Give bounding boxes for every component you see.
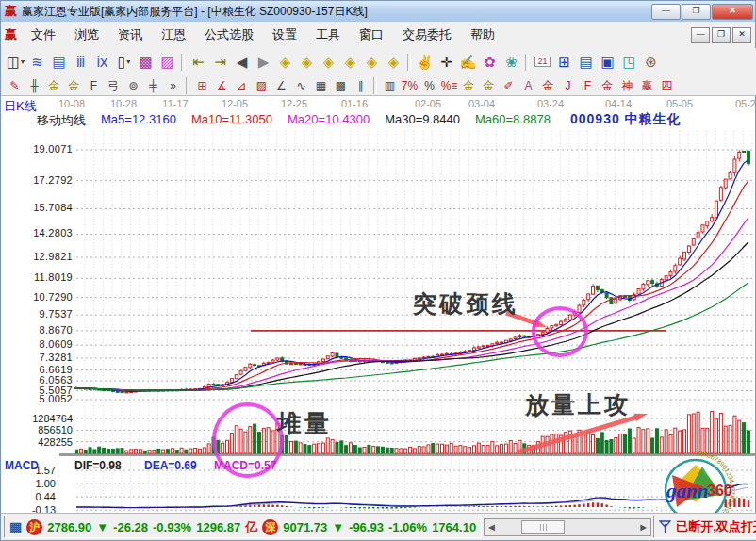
mdi-close-button[interactable]: ✕ [732,27,751,43]
shanghai-market-icon: 沪 [26,519,42,535]
menu-item-0[interactable]: 文件 [22,23,65,47]
tb2-shen-angle-button[interactable]: 神 [617,76,637,95]
tb2-angle-lines-button[interactable]: ∠ [271,76,291,95]
tb1-notes-button[interactable]: ▤ [575,53,597,72]
tb2-bow-grid-button[interactable]: 弓 [104,76,123,95]
tb2-ruler-comb-button[interactable]: ╫ [25,76,44,95]
tb1-info-clipboard-button[interactable]: ▤ [48,53,70,72]
crosshair-icon: ✛ [440,55,452,69]
menu-item-5[interactable]: 设置 [263,23,306,47]
tb1-diamond-compress-h-button[interactable]: ◈ [361,53,383,72]
tb1-minutes-9-button[interactable]: ⅸ [91,53,113,72]
scroll-right-icon[interactable]: ▶ [636,523,650,532]
tb2-gold-ratio-grid-button[interactable]: 金 [44,76,64,95]
title-bar[interactable]: 赢 赢家江恩专业版[赢家内部服务平台] - [中粮生化 SZ000930-157… [1,1,755,22]
tb2-si-angle-button[interactable]: 四 [657,76,677,95]
tb2-gann-box-button[interactable]: ⊞ [192,76,212,95]
tb1-page-next-button[interactable]: ▶ [253,53,274,72]
tb2-gann-fan-button[interactable]: ∡ [212,76,232,95]
tb1-trade-cart-button[interactable]: ⊛ [640,53,662,72]
tb2-draw-brush-button[interactable]: ✎ [5,76,25,95]
tb2-percent-lines-button[interactable]: %≡ [439,76,459,95]
tb2-f-line-button[interactable]: F [578,76,598,95]
tb1-pattern-tool-button[interactable]: ✿ [479,53,501,72]
tb1-crosshair-button[interactable]: ✛ [436,53,457,72]
menu-item-9[interactable]: 帮助 [461,23,504,47]
connection-panel[interactable]: 已断开,双点打开. [653,516,756,538]
grid-fan-icon: ▨ [256,80,267,91]
tb1-angle-ruler-button[interactable]: ✍ [457,53,479,72]
ruler-comb-icon: ╫ [30,80,39,91]
tb2-percent-7-button[interactable]: 7% [400,76,419,95]
tb2-compass-button[interactable]: ⊚ [123,76,143,95]
tb1-diamond-center-button[interactable]: ◈ [339,53,361,72]
menu-item-6[interactable]: 工具 [306,23,350,47]
tb1-diamond-compress-v-button[interactable]: ◈ [383,53,404,72]
tb2-zigzag-wave-button[interactable]: ∿ [291,76,311,95]
tb1-overlay-band-button[interactable]: ≋ [26,53,48,72]
menu-item-8[interactable]: 交易委托 [393,23,461,47]
tb2-parallel-lines-button[interactable]: ∥ [351,76,370,95]
tb2-gold-circle-button[interactable]: 金 [459,76,479,95]
net-grid-icon: ▦ [316,80,326,91]
scrollbar-thumb[interactable] [521,520,565,534]
dropdown-arrow-icon: ▾ [126,57,130,66]
tb1-page-prev-button[interactable]: ◀ [231,53,253,72]
market-index-panel: ▦ 沪 2786.90 ▼ -26.28 -0.93% 1296.87 亿 深 … [4,516,482,538]
scroll-left-icon[interactable]: ◀ [485,523,499,532]
tb2-gold-underline-button[interactable]: 金 [538,76,558,95]
application-window: 赢 赢家江恩专业版[赢家内部服务平台] - [中粮生化 SZ000930-157… [0,0,756,541]
tb1-jump-last-button[interactable]: ⇥ [209,53,231,72]
tb2-fan-box-button[interactable]: ⊿ [232,76,252,95]
menu-item-7[interactable]: 窗口 [350,23,393,47]
tb2-more-tools-button[interactable]: » [163,76,183,95]
tb1-diamond-left-button[interactable]: ◈ [274,53,296,72]
tb1-kline-style-button[interactable]: ◫▾ [5,53,26,72]
tb2-grid-fan-button[interactable]: ▨ [252,76,271,95]
tb1-indicator-select-button[interactable]: ▩ [135,53,156,72]
mdi-restore-button[interactable]: ❐ [712,27,731,43]
tb2-fibonacci-grid-button[interactable]: F [84,76,104,95]
tb1-diamond-right-button[interactable]: ◈ [296,53,318,72]
tb1-diamond-expand-button[interactable]: ◈ [318,53,339,72]
menu-item-3[interactable]: 江恩 [152,23,195,47]
more-tools-icon: » [170,80,176,91]
sz-turnover: 1764.10 [432,520,476,534]
hand-pan-icon: ✌ [416,55,434,69]
tb1-net-monitor-button[interactable]: ◳ [618,53,640,72]
menu-item-1[interactable]: 浏览 [65,23,108,47]
tb2-net-grid-button[interactable]: ▦ [311,76,331,95]
tb1-color-histogram-button[interactable]: ▨ [156,53,178,72]
window-title: 赢家江恩专业版[赢家内部服务平台] - [中粮生化 SZ000930-157日K… [22,4,368,20]
tb1-jump-first-button[interactable]: ⇤ [188,53,209,72]
minimize-button[interactable]: — [651,4,681,20]
tb1-calculator-button[interactable]: ⊞ [553,53,575,72]
tb2-gold-section-button[interactable]: 金 [479,76,499,95]
tb2-candle-mark-button[interactable]: ✐ [499,76,518,95]
tb2-j-line-button[interactable]: J [558,76,578,95]
tb1-minutes-3-button[interactable]: ⅲ [70,53,91,72]
tb2-gold-price-grid-button[interactable]: 金 [64,76,84,95]
quote-table-icon[interactable]: ▦ [9,520,22,533]
tb2-percent-bars-button[interactable]: ▥ [380,76,400,95]
maximize-button[interactable]: ❐ [682,4,711,20]
tb2-tick-ruler-button[interactable]: ╪ [143,76,163,95]
menu-item-4[interactable]: 公式选股 [195,23,263,47]
diamond-compress-h-icon: ◈ [367,55,378,69]
tb1-candle-single-button[interactable]: ▯▾ [113,53,135,72]
tb1-web-tool-button[interactable]: ❀ [501,53,522,72]
tb2-dense-grid-button[interactable]: ▩ [331,76,351,95]
tb2-percent-button[interactable]: % [419,76,439,95]
tb1-calendar-button[interactable]: 21 [532,53,553,72]
menu-items: 文件浏览资讯江恩公式选股设置工具窗口交易委托帮助 [22,23,504,47]
close-button[interactable]: ✕ [712,4,753,20]
mdi-minimize-button[interactable]: — [691,27,710,43]
tb2-ying-angle-button[interactable]: 赢 [637,76,657,95]
tb1-save-screen-button[interactable]: ▣ [597,53,618,72]
tb2-wave-count-button[interactable]: A [518,76,538,95]
tb1-hand-pan-button[interactable]: ✌ [414,53,436,72]
tb2-gold-angle-button[interactable]: 金 [598,76,617,95]
toolbar-main: ◫▾≋▤ⅲⅸ▯▾▩▨⇤⇥◀▶◈◈◈◈◈◈✌✛✍✿❀21⊞▤▣◳⊛ [1,48,756,76]
menu-item-2[interactable]: 资讯 [108,23,152,47]
horizontal-scrollbar[interactable]: ◀ ▶ [484,518,651,536]
